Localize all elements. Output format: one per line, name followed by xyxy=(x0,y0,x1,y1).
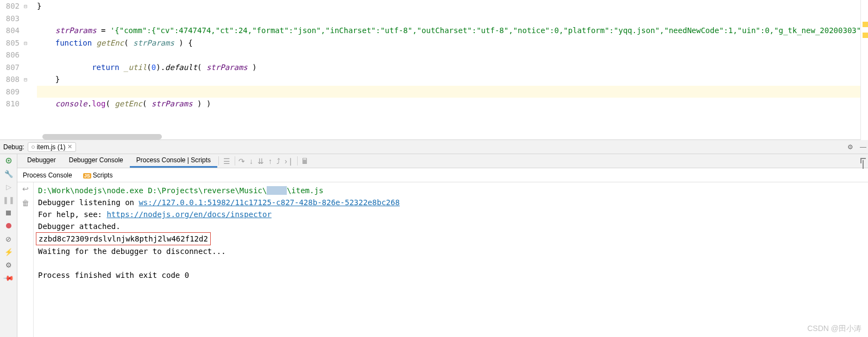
horizontal-scrollbar[interactable] xyxy=(42,134,162,139)
console-line: For help, see: https://nodejs.org/en/doc… xyxy=(38,208,864,220)
svg-point-1 xyxy=(8,160,10,162)
mute-breakpoints-icon[interactable]: ⊘ xyxy=(4,234,13,243)
drop-frame-icon[interactable]: ⤴ xyxy=(274,155,282,168)
debug-panel: 🔧 ▷ ❚❚ ⊘ ⚡ ⚙ 📌 Debugger Debugger Console… xyxy=(0,154,868,337)
fold-column: ⊟⊟⊟ xyxy=(23,0,37,139)
resume-icon[interactable]: ▷ xyxy=(4,182,13,191)
debug-main: Debugger Debugger Console Process Consol… xyxy=(17,154,868,337)
gear-icon[interactable]: ⚙ xyxy=(845,142,855,152)
view-breakpoints-icon[interactable] xyxy=(4,221,13,230)
fold-toggle[interactable]: ⊟ xyxy=(24,77,27,82)
code-line[interactable]: strParams = '{"comm":{"cv":4747474,"ct":… xyxy=(37,24,868,37)
pin-icon[interactable]: 📌 xyxy=(4,274,13,282)
tab-process-console[interactable]: Process Console | Scripts xyxy=(130,154,217,168)
pause-icon[interactable]: ❚❚ xyxy=(4,195,13,204)
console-line: zzbd8c72309rdslvlnjwk8pthj2lw462f12d2 xyxy=(38,232,864,245)
code-line[interactable]: console.log( getEnc( strParams ) ) xyxy=(37,98,868,110)
step-into-icon[interactable]: ↓ xyxy=(247,155,255,168)
layout-icon[interactable]: ☰ xyxy=(220,155,234,168)
run-config-chip[interactable]: item.js (1) ✕ xyxy=(28,142,77,152)
fold-toggle[interactable]: ⊟ xyxy=(24,40,27,46)
step-out-icon[interactable]: ↑ xyxy=(266,155,274,168)
close-icon[interactable]: ✕ xyxy=(67,143,72,150)
rerun-icon[interactable] xyxy=(4,156,13,165)
console-body: ↩ 🗑 D:\Work\nodejs\node.exe D:\Projects\… xyxy=(17,182,868,337)
watermark: CSDN @田小涛 xyxy=(807,324,861,334)
sub-tabs: Process Console JSScripts xyxy=(17,168,868,182)
console-line: D:\Work\nodejs\node.exe D:\Projects\reve… xyxy=(38,185,864,196)
subtab-process-console[interactable]: Process Console xyxy=(21,170,74,180)
code-line[interactable]: function getEnc( strParams ) { xyxy=(37,37,868,49)
debug-toolbar: 🔧 ▷ ❚❚ ⊘ ⚡ ⚙ 📌 xyxy=(0,154,17,337)
debug-header: Debug: item.js (1) ✕ ⚙ — xyxy=(0,140,868,154)
console-output[interactable]: D:\Work\nodejs\node.exe D:\Projects\reve… xyxy=(34,182,868,337)
warning-marker[interactable] xyxy=(863,22,868,27)
code-line[interactable]: } xyxy=(37,73,868,86)
step-over-icon[interactable]: ↷ xyxy=(236,155,247,168)
code-line[interactable] xyxy=(37,12,868,25)
tab-debugger-console[interactable]: Debugger Console xyxy=(62,154,130,168)
ws-link[interactable]: ws://127.0.0.1:51982/11c17125-c827-428b-… xyxy=(139,198,399,207)
code-line[interactable]: } xyxy=(37,0,868,12)
settings-icon[interactable]: ⚙ xyxy=(4,260,13,269)
debug-tabs: Debugger Debugger Console Process Consol… xyxy=(17,154,868,168)
run-to-cursor-icon[interactable]: ›❘ xyxy=(282,155,296,168)
code-column[interactable]: } strParams = '{"comm":{"cv":4747474,"ct… xyxy=(37,0,868,139)
subtab-scripts[interactable]: JSScripts xyxy=(81,170,115,180)
run-config-name: item.js (1) xyxy=(37,143,66,151)
code-line[interactable] xyxy=(37,86,868,98)
code-line[interactable]: return _util(0).default( strParams ) xyxy=(37,61,868,74)
gutter: 802803804805806807808809810 xyxy=(0,0,23,139)
breakpoint-icon xyxy=(32,145,35,149)
redacted-segment xyxy=(267,186,286,195)
clear-icon[interactable]: 🗑 xyxy=(22,199,29,207)
js-icon: JS xyxy=(83,173,91,179)
code-editor[interactable]: 802803804805806807808809810 ⊟⊟⊟ } strPar… xyxy=(0,0,868,140)
restore-layout-icon[interactable] xyxy=(863,160,864,168)
thread-dump-icon[interactable]: ⚡ xyxy=(4,247,13,256)
warning-marker[interactable] xyxy=(863,33,868,38)
force-step-into-icon[interactable]: ⇊ xyxy=(255,155,266,168)
minimize-icon[interactable]: — xyxy=(858,142,868,152)
fold-toggle[interactable]: ⊟ xyxy=(24,3,27,9)
highlighted-output: zzbd8c72309rdslvlnjwk8pthj2lw462f12d2 xyxy=(36,232,211,245)
console-toolbar: ↩ 🗑 xyxy=(17,182,34,337)
evaluate-icon[interactable]: 🖩 xyxy=(299,155,311,168)
stop-icon[interactable] xyxy=(4,208,13,217)
error-stripe[interactable] xyxy=(860,0,868,140)
code-line[interactable] xyxy=(37,49,868,61)
console-line: Waiting for the debugger to disconnect..… xyxy=(38,245,864,257)
console-line: Debugger listening on ws://127.0.0.1:519… xyxy=(38,196,864,208)
console-line: Debugger attached. xyxy=(38,220,864,232)
debug-label: Debug: xyxy=(3,143,24,151)
console-line xyxy=(38,257,864,269)
tab-debugger[interactable]: Debugger xyxy=(21,154,62,168)
console-line: Process finished with exit code 0 xyxy=(38,269,864,281)
modify-run-config-icon[interactable]: 🔧 xyxy=(4,169,13,178)
soft-wrap-icon[interactable]: ↩ xyxy=(22,185,29,193)
help-link[interactable]: https://nodejs.org/en/docs/inspector xyxy=(106,210,271,219)
